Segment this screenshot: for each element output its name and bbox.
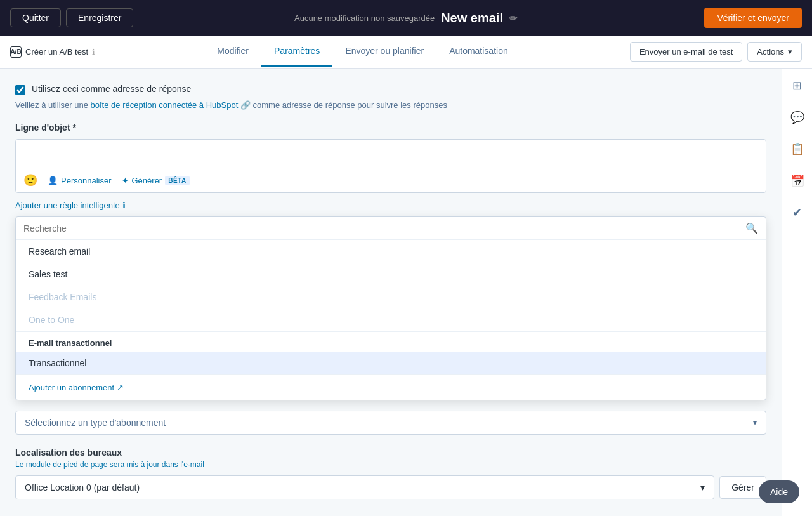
smart-rule-link[interactable]: Ajouter une règle intelligente ℹ xyxy=(15,201,766,210)
subject-box: 🙂 👤 Personnaliser ✦ Générer BÊTA xyxy=(15,139,766,193)
search-row: 🔍 xyxy=(16,217,766,240)
reply-address-row: Utilisez ceci comme adresse de réponse xyxy=(15,84,766,95)
verify-send-button[interactable]: Vérifier et envoyer xyxy=(704,8,802,28)
sidebar-check-icon[interactable]: ✔ xyxy=(790,203,804,222)
ab-test-label: Créer un A/B test xyxy=(25,47,88,56)
generate-icon: ✦ xyxy=(122,176,129,185)
unsaved-text[interactable]: Aucune modification non sauvegardée xyxy=(294,13,435,23)
sidebar-chat-icon[interactable]: 💬 xyxy=(788,108,807,127)
sidebar-document-icon[interactable]: 📋 xyxy=(788,140,807,159)
search-icon: 🔍 xyxy=(745,222,758,234)
ab-icon: A/B xyxy=(10,46,22,58)
beta-badge: BÊTA xyxy=(165,176,189,185)
save-button[interactable]: Enregistrer xyxy=(66,8,133,27)
add-subscription-label: Ajouter un abonnement xyxy=(29,383,114,392)
reply-desc-suffix: comme adresse de réponse pour suivre les… xyxy=(253,100,447,110)
subscription-dropdown: 🔍 Research email Sales test Feedback Ema… xyxy=(15,216,766,400)
reply-address-checkbox[interactable] xyxy=(15,85,25,95)
reply-desc: Veillez à utiliser une boîte de réceptio… xyxy=(15,100,766,110)
sidebar-grid-icon[interactable]: ⊞ xyxy=(790,76,804,95)
tab-envoyer[interactable]: Envoyer ou planifier xyxy=(332,37,436,67)
link-icon: 🔗 xyxy=(240,100,253,110)
location-select[interactable]: Office Location 0 (par défaut) ▾ xyxy=(15,475,714,499)
reply-desc-link[interactable]: boîte de réception connectée à HubSpot xyxy=(91,100,239,110)
main-content: Utilisez ceci comme adresse de réponse V… xyxy=(0,69,812,516)
generate-label: Générer xyxy=(132,176,162,185)
dropdown-item-onetoone: One to One xyxy=(16,308,766,331)
reply-desc-text: Veillez à utiliser une xyxy=(15,100,88,110)
dropdown-list: Research email Sales test Feedback Email… xyxy=(16,240,766,374)
location-value: Office Location 0 (par défaut) xyxy=(25,482,140,493)
dropdown-item-feedback: Feedback Emails xyxy=(16,286,766,308)
nav-right: Envoyer un e-mail de test Actions ▾ xyxy=(630,42,802,62)
personalise-icon: 👤 xyxy=(48,176,58,185)
ab-test-button[interactable]: A/B Créer un A/B test ℹ xyxy=(10,46,95,58)
actions-label: Actions xyxy=(757,47,784,56)
subscription-type-chevron: ▾ xyxy=(753,418,757,427)
dropdown-item-sales[interactable]: Sales test xyxy=(16,263,766,286)
edit-icon[interactable]: ✏ xyxy=(509,12,518,24)
subscription-type-select[interactable]: Sélectionnez un type d'abonnement ▾ xyxy=(15,411,766,435)
emoji-tool[interactable]: 🙂 xyxy=(23,173,37,187)
top-toolbar: Quitter Enregistrer Aucune modification … xyxy=(0,0,812,36)
smart-rule-label: Ajouter une règle intelligente xyxy=(15,201,120,210)
test-email-button[interactable]: Envoyer un e-mail de test xyxy=(630,42,742,62)
add-subscription-link[interactable]: Ajouter un abonnement ↗ xyxy=(29,383,753,392)
external-link-icon: ↗ xyxy=(117,383,124,392)
tab-parametres[interactable]: Paramètres xyxy=(261,37,332,67)
tab-modifier[interactable]: Modifier xyxy=(204,37,261,67)
personalise-tool[interactable]: 👤 Personnaliser xyxy=(48,176,112,185)
search-input[interactable] xyxy=(23,223,740,234)
personalise-label: Personnaliser xyxy=(61,176,112,185)
subject-toolbar: 🙂 👤 Personnaliser ✦ Générer BÊTA xyxy=(16,168,766,192)
content-area: Utilisez ceci comme adresse de réponse V… xyxy=(0,69,782,516)
location-chevron-icon: ▾ xyxy=(700,482,705,493)
email-title: New email xyxy=(441,11,503,25)
subject-input[interactable] xyxy=(16,140,766,168)
toolbar-center: Aucune modification non sauvegardée New … xyxy=(294,11,518,25)
secondary-nav: A/B Créer un A/B test ℹ Modifier Paramèt… xyxy=(0,36,812,69)
subscription-type-placeholder: Sélectionnez un type d'abonnement xyxy=(25,418,166,428)
emoji-icon: 🙂 xyxy=(23,173,37,187)
actions-button[interactable]: Actions ▾ xyxy=(747,42,802,62)
subject-label: Ligne d'objet * xyxy=(15,122,766,133)
toolbar-left: Quitter Enregistrer xyxy=(10,8,133,27)
dropdown-item-transactionnel[interactable]: Transactionnel xyxy=(16,352,766,374)
ab-info-icon: ℹ xyxy=(92,48,95,56)
sidebar-calendar-icon[interactable]: 📅 xyxy=(788,171,807,190)
location-row: Office Location 0 (par défaut) ▾ Gérer xyxy=(15,475,766,499)
nav-tabs: Modifier Paramètres Envoyer ou planifier… xyxy=(204,37,521,67)
right-sidebar: ⊞ 💬 📋 📅 ✔ xyxy=(782,69,812,516)
subscription-type-row: Sélectionnez un type d'abonnement ▾ xyxy=(15,411,766,435)
dropdown-footer: Ajouter un abonnement ↗ xyxy=(16,374,766,400)
generate-tool[interactable]: ✦ Générer BÊTA xyxy=(122,176,190,185)
tab-automatisation[interactable]: Automatisation xyxy=(436,37,521,67)
location-title: Localisation des bureaux xyxy=(15,447,766,458)
nav-left: A/B Créer un A/B test ℹ xyxy=(10,46,95,58)
quit-button[interactable]: Quitter xyxy=(10,8,61,27)
aide-button[interactable]: Aide xyxy=(759,480,799,503)
actions-chevron-icon: ▾ xyxy=(788,47,792,56)
transactional-group-header: E-mail transactionnel xyxy=(16,331,766,352)
location-sub: Le module de pied de page sera mis à jou… xyxy=(15,460,766,469)
location-section: Localisation des bureaux Le module de pi… xyxy=(15,447,766,499)
smart-rule-icon: ℹ xyxy=(122,201,126,210)
toolbar-right: Vérifier et envoyer xyxy=(704,8,802,28)
reply-address-label: Utilisez ceci comme adresse de réponse xyxy=(32,84,191,94)
dropdown-item-research[interactable]: Research email xyxy=(16,240,766,263)
